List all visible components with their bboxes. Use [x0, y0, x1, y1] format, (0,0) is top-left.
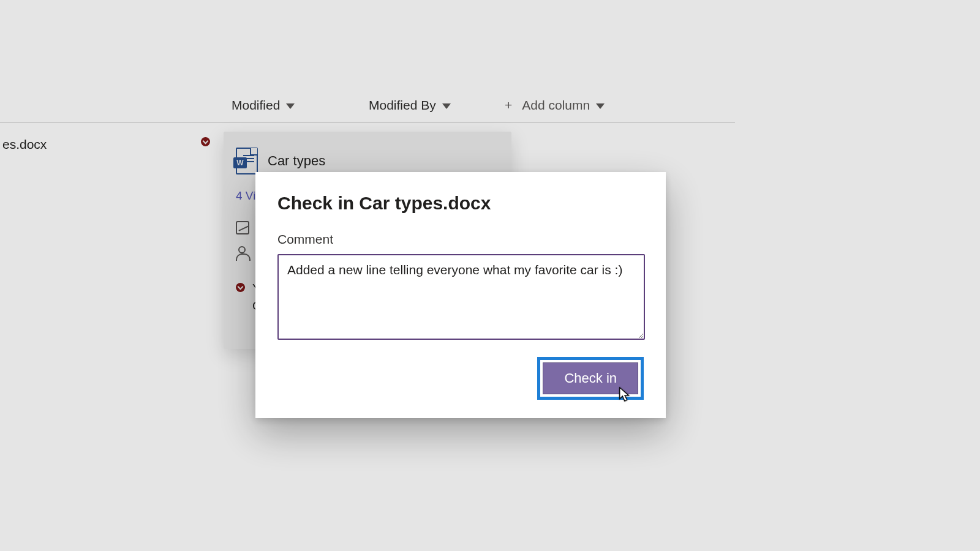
word-document-icon: W [236, 148, 258, 174]
people-icon [236, 250, 251, 261]
chevron-down-icon [442, 103, 451, 109]
dialog-title: Check in Car types.docx [277, 193, 644, 214]
comment-textarea[interactable] [277, 254, 645, 340]
column-label: Modified [232, 98, 280, 113]
cursor-icon [618, 386, 631, 403]
file-row-filename[interactable]: es.docx [2, 137, 47, 152]
checked-out-indicator-icon [236, 283, 245, 292]
check-in-dialog: Check in Car types.docx Comment Check in [255, 172, 666, 418]
header-divider [0, 122, 735, 123]
column-header-modified-by[interactable]: Modified By [369, 98, 451, 113]
column-header-modified[interactable]: Modified [232, 98, 295, 113]
chevron-down-icon [596, 103, 605, 109]
add-column-button[interactable]: + Add column [505, 98, 605, 113]
comment-label: Comment [277, 232, 644, 247]
check-in-button-label: Check in [564, 370, 617, 386]
hover-card-title: Car types [268, 153, 325, 169]
add-column-label: Add column [522, 98, 590, 113]
chevron-down-icon [286, 103, 295, 109]
share-icon[interactable] [236, 221, 249, 234]
focus-ring: Check in [537, 357, 644, 400]
plus-icon: + [505, 98, 512, 113]
check-in-button[interactable]: Check in [543, 362, 638, 394]
checked-out-indicator-icon [201, 137, 210, 146]
column-label: Modified By [369, 98, 436, 113]
